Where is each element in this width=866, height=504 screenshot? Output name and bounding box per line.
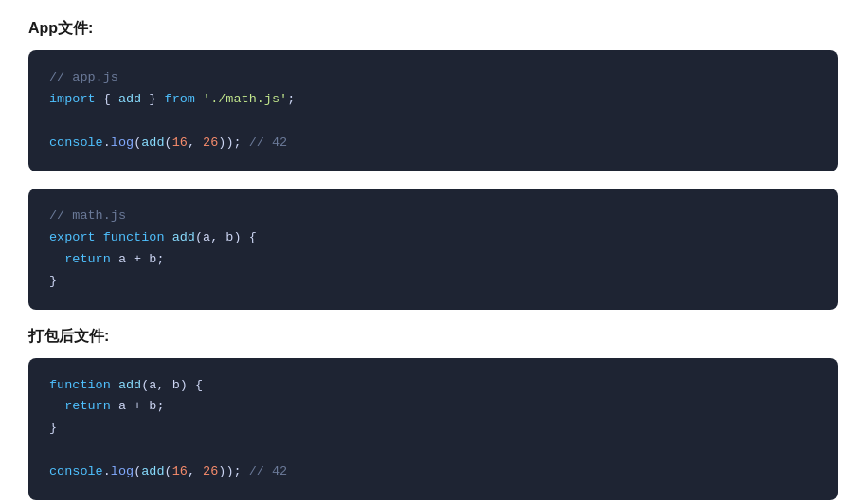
code-line-bundle-return: return a + b;: [49, 396, 817, 418]
section-title-bundle: 打包后文件:: [28, 327, 838, 347]
code-block-math-js: // math.js export function add(a, b) { r…: [28, 189, 838, 310]
code-line-app-comment: // app.js: [49, 67, 817, 89]
code-line-app-empty: [49, 111, 817, 133]
section-title-app: App文件:: [28, 19, 838, 39]
code-line-bundle-fn: function add(a, b) {: [49, 375, 817, 397]
code-line-bundle-close: }: [49, 418, 817, 440]
code-line-app-import: import { add } from './math.js';: [49, 89, 817, 111]
code-line-bundle-console: console.log(add(16, 26)); // 42: [49, 461, 817, 483]
section-app: App文件: // app.js import { add } from './…: [28, 19, 838, 310]
code-block-bundle: function add(a, b) { return a + b; } con…: [28, 358, 838, 501]
code-block-app-js: // app.js import { add } from './math.js…: [28, 50, 838, 171]
code-line-math-export: export function add(a, b) {: [49, 227, 817, 249]
code-line-math-close: }: [49, 271, 817, 293]
code-line-app-console: console.log(add(16, 26)); // 42: [49, 133, 817, 154]
code-line-math-return: return a + b;: [49, 249, 817, 271]
section-bundle: 打包后文件: function add(a, b) { return a + b…: [28, 327, 838, 501]
code-line-bundle-empty: [49, 440, 817, 461]
code-line-math-comment: // math.js: [49, 206, 817, 227]
